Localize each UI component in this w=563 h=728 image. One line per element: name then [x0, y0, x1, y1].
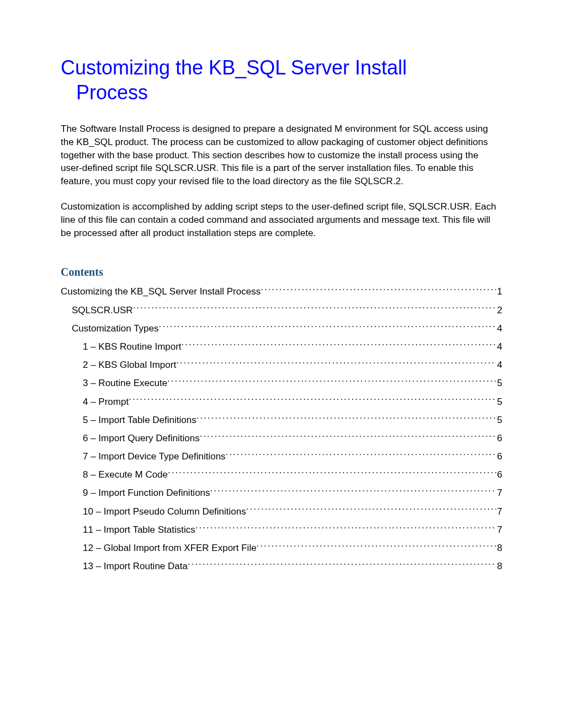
toc-page-number: 4 [496, 321, 502, 336]
toc-entry[interactable]: 10 – Import Pseudo Column Definitions7 [61, 504, 502, 519]
page-title-line2: Process [61, 80, 502, 105]
toc-entry[interactable]: 8 – Execute M Code6 [61, 467, 502, 482]
toc-label: Customization Types [72, 321, 158, 336]
toc-leader-dots [182, 340, 496, 350]
toc-page-number: 7 [496, 485, 502, 500]
toc-page-number: 6 [496, 467, 502, 482]
toc-entry[interactable]: 9 – Import Function Definitions7 [61, 485, 502, 500]
toc-label: 13 – Import Routine Data [83, 559, 188, 574]
toc-label: 11 – Import Table Statistics [83, 522, 195, 537]
toc-page-number: 4 [496, 339, 502, 354]
toc-label: Customizing the KB_SQL Server Install Pr… [61, 284, 261, 299]
toc-page-number: 5 [496, 413, 502, 427]
toc-label: 9 – Import Function Definitions [83, 485, 210, 500]
intro-paragraph-1: The Software Install Process is designed… [61, 122, 502, 188]
toc-label: 7 – Import Device Type Definitions [83, 449, 226, 464]
toc-leader-dots [226, 450, 496, 459]
toc-label: SQLSCR.USR [72, 303, 133, 318]
toc-page-number: 5 [496, 394, 502, 409]
toc-leader-dots [129, 395, 496, 405]
toc-label: 5 – Import Table Definitions [83, 413, 196, 427]
page-title-line1: Customizing the KB_SQL Server Install [61, 56, 407, 79]
toc-leader-dots [167, 377, 496, 386]
toc-entry[interactable]: SQLSCR.USR2 [61, 303, 502, 318]
toc-leader-dots [176, 358, 496, 368]
toc-leader-dots [261, 285, 496, 295]
table-of-contents: Customizing the KB_SQL Server Install Pr… [61, 284, 502, 574]
page-title: Customizing the KB_SQL Server Install Pr… [61, 55, 502, 105]
toc-page-number: 5 [496, 376, 502, 390]
toc-page-number: 7 [496, 522, 502, 537]
toc-leader-dots [210, 486, 496, 496]
toc-leader-dots [257, 542, 496, 551]
toc-leader-dots [133, 304, 496, 313]
toc-leader-dots [246, 505, 496, 515]
toc-leader-dots [196, 414, 496, 423]
toc-label: 1 – KBS Routine Import [83, 339, 182, 354]
toc-entry[interactable]: 2 – KBS Global Import4 [61, 357, 502, 372]
toc-page-number: 6 [496, 431, 502, 446]
toc-entry[interactable]: 13 – Import Routine Data8 [61, 559, 502, 574]
toc-label: 8 – Execute M Code [83, 467, 168, 482]
toc-page-number: 8 [496, 559, 502, 574]
toc-page-number: 1 [496, 284, 502, 299]
toc-entry[interactable]: Customization Types4 [61, 321, 502, 336]
toc-entry[interactable]: 6 – Import Query Definitions6 [61, 431, 502, 446]
toc-leader-dots [195, 523, 496, 533]
toc-page-number: 8 [496, 540, 502, 555]
toc-page-number: 7 [496, 504, 502, 519]
toc-entry[interactable]: 1 – KBS Routine Import4 [61, 339, 502, 354]
toc-page-number: 4 [496, 357, 502, 372]
toc-label: 3 – Routine Execute [83, 376, 167, 390]
toc-page-number: 2 [496, 303, 502, 318]
toc-entry[interactable]: 4 – Prompt5 [61, 394, 502, 409]
toc-entry[interactable]: 7 – Import Device Type Definitions6 [61, 449, 502, 464]
toc-entry[interactable]: 5 – Import Table Definitions5 [61, 413, 502, 427]
toc-label: 2 – KBS Global Import [83, 357, 176, 372]
toc-page-number: 6 [496, 449, 502, 464]
toc-entry[interactable]: 12 – Global Import from XFER Export File… [61, 540, 502, 555]
toc-leader-dots [158, 322, 496, 331]
toc-label: 12 – Global Import from XFER Export File [83, 540, 257, 555]
toc-label: 10 – Import Pseudo Column Definitions [83, 504, 246, 519]
toc-entry[interactable]: 3 – Routine Execute5 [61, 376, 502, 390]
toc-leader-dots [188, 560, 496, 569]
toc-entry[interactable]: 11 – Import Table Statistics7 [61, 522, 502, 537]
toc-leader-dots [168, 468, 496, 478]
toc-label: 4 – Prompt [83, 394, 129, 409]
toc-entry[interactable]: Customizing the KB_SQL Server Install Pr… [61, 284, 502, 299]
intro-paragraph-2: Customization is accomplished by adding … [61, 200, 502, 239]
toc-leader-dots [200, 432, 496, 441]
contents-heading: Contents [61, 266, 502, 279]
toc-label: 6 – Import Query Definitions [83, 431, 200, 446]
